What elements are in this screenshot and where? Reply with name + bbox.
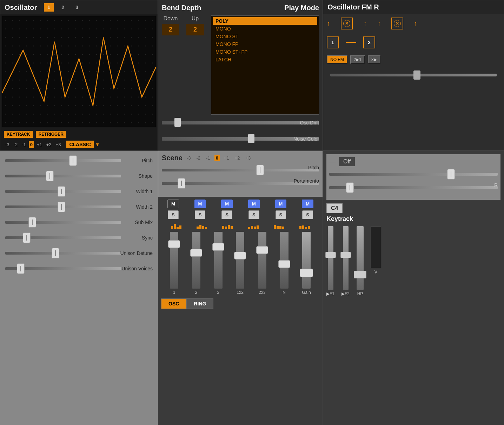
scene-pitch-slider[interactable] — [256, 165, 264, 175]
vert-hp-thumb[interactable] — [354, 271, 366, 278]
fm-node-x1: ✕ — [341, 18, 353, 29]
play-mode-mono-st-fp[interactable]: MONO ST+FP — [213, 48, 317, 56]
sync-label: Sync — [142, 235, 153, 241]
retrigger-button[interactable]: RETRIGGER — [36, 131, 66, 138]
vert-hp-track[interactable] — [357, 226, 364, 290]
fader-1-thumb[interactable] — [168, 240, 180, 248]
meter-4 — [248, 222, 259, 229]
fader-1-label: 1 — [173, 290, 175, 295]
scene-pitch-p3[interactable]: +3 — [244, 155, 252, 161]
fader-2x3-label: 2x3 — [259, 290, 265, 295]
fm-tab-2to1[interactable]: 2▶1 — [350, 55, 365, 64]
s-btn-1[interactable]: S — [168, 210, 179, 219]
noise-color-slider[interactable] — [248, 134, 254, 143]
play-mode-poly[interactable]: POLY — [213, 17, 317, 25]
submix-label: Sub Mix — [135, 220, 153, 225]
submix-slider[interactable] — [28, 217, 36, 228]
scene-pitch-m1[interactable]: -1 — [205, 155, 212, 161]
right-second-slider[interactable] — [346, 182, 354, 193]
fader-2-thumb[interactable] — [190, 249, 202, 257]
right-dash: — — [329, 158, 336, 166]
c4-button[interactable]: C4 — [326, 203, 343, 213]
fm-arrow-up-4: ↑ — [414, 20, 417, 28]
fader-2: 2 — [192, 232, 200, 295]
scene-pitch-m2[interactable]: -2 — [195, 155, 202, 161]
vert-f1-thumb[interactable] — [325, 252, 336, 258]
pitch-minus3[interactable]: -3 — [4, 141, 11, 148]
fader-row: 1 2 3 — [161, 232, 320, 295]
unison-voices-slider[interactable] — [17, 263, 25, 274]
m-btn-2[interactable]: M — [194, 200, 206, 208]
fader-2x3-track[interactable] — [258, 232, 266, 289]
scene-mixer: M M M M M M S S S S S S — [158, 197, 323, 425]
fm-tab-3to[interactable]: 3▶ — [368, 55, 380, 64]
pitch-zero[interactable]: 0 — [29, 141, 34, 148]
pitch-minus1[interactable]: -1 — [20, 141, 27, 148]
fader-n: N — [280, 232, 289, 295]
fader-n-thumb[interactable] — [278, 260, 290, 268]
width2-slider[interactable] — [58, 202, 65, 212]
bend-up-value[interactable]: 2 — [186, 24, 204, 35]
keytrack-button[interactable]: KEYTRACK — [4, 131, 33, 138]
play-mode-mono-st[interactable]: MONO ST — [213, 33, 317, 40]
unison-detune-slider[interactable] — [52, 248, 59, 258]
svg-rect-2 — [2, 16, 156, 127]
s-btn-5[interactable]: S — [276, 210, 286, 219]
scene-pitch-0[interactable]: 0 — [214, 155, 220, 161]
scene-portamento-slider[interactable] — [178, 178, 185, 189]
fm-tab-nofm[interactable]: NO FM — [327, 55, 347, 64]
scene-pitch-m3[interactable]: -3 — [185, 155, 192, 161]
fader-2x3-thumb[interactable] — [256, 246, 268, 254]
tab-osc[interactable]: OSC — [161, 298, 186, 309]
play-mode-latch[interactable]: LATCH — [213, 56, 317, 63]
fader-3-thumb[interactable] — [212, 243, 224, 251]
osc-btn-3[interactable]: 3 — [72, 3, 82, 12]
m-btn-3[interactable]: M — [221, 200, 233, 208]
fader-gain-thumb[interactable] — [300, 269, 313, 277]
play-mode-mono[interactable]: MONO — [213, 25, 317, 33]
s-btn-4[interactable]: S — [248, 210, 259, 219]
fader-1x2-thumb[interactable] — [234, 252, 246, 259]
pitch-plus1[interactable]: +1 — [35, 141, 44, 148]
s-btn-6[interactable]: S — [302, 210, 313, 219]
fader-2-track[interactable] — [192, 232, 200, 289]
shape-slider[interactable] — [46, 171, 54, 181]
classic-dropdown[interactable]: CLASSIC — [66, 141, 93, 148]
fader-1x2-track[interactable] — [236, 232, 244, 289]
right-pitch-slider[interactable] — [447, 169, 455, 180]
fader-1-track[interactable] — [170, 232, 178, 289]
osc-btn-1[interactable]: 1 — [44, 3, 54, 12]
s-btn-2[interactable]: S — [195, 210, 206, 219]
pitch-slider[interactable] — [69, 155, 77, 166]
scene-pitch-p1[interactable]: +1 — [223, 155, 231, 161]
vert-f2-thumb[interactable] — [340, 252, 351, 258]
play-mode-mono-fp[interactable]: MONO FP — [213, 40, 317, 48]
sync-slider[interactable] — [23, 232, 31, 243]
m-btn-5[interactable]: M — [275, 200, 287, 208]
fader-3-track[interactable] — [214, 232, 223, 289]
scene-pitch-p2[interactable]: +2 — [233, 155, 241, 161]
s-btn-3[interactable]: S — [221, 210, 232, 219]
pitch-minus2[interactable]: -2 — [12, 141, 19, 148]
pitch-plus3[interactable]: +3 — [54, 141, 62, 148]
tab-ring[interactable]: RING — [186, 298, 213, 309]
bend-down-value[interactable]: 2 — [162, 24, 179, 35]
m-btn-6[interactable]: M — [302, 200, 313, 208]
oscillator-title: Oscillator — [5, 4, 37, 12]
right-panel: — Off R — [323, 151, 504, 425]
submix-param-row: Sub Mix — [5, 216, 153, 229]
width1-slider[interactable] — [58, 186, 65, 197]
m-btn-4[interactable]: M — [248, 200, 260, 208]
bend-panel: Bend Depth Play Mode Down 2 Up 2 POLY MO… — [158, 0, 323, 151]
classic-dropdown-arrow: ▼ — [95, 142, 100, 147]
fader-n-track[interactable] — [280, 232, 289, 289]
pitch-plus2[interactable]: +2 — [45, 141, 53, 148]
m-btn-1[interactable]: M — [167, 200, 179, 208]
vert-f1-track[interactable] — [328, 226, 333, 290]
fader-1x2-label: 1x2 — [237, 290, 244, 295]
vert-f2-track[interactable] — [343, 226, 349, 290]
fader-gain-track[interactable] — [302, 232, 311, 289]
fm-slider-thumb[interactable] — [413, 70, 420, 80]
osc-drift-slider[interactable] — [174, 118, 181, 127]
osc-btn-2[interactable]: 2 — [58, 3, 68, 12]
